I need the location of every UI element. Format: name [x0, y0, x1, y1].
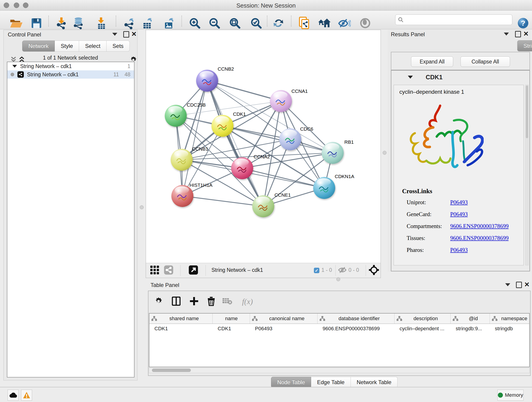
- share-view-icon[interactable]: [164, 265, 173, 275]
- column-header-description[interactable]: description: [394, 313, 451, 324]
- node-CCNA2[interactable]: [231, 157, 253, 179]
- export-table-icon[interactable]: [142, 17, 153, 30]
- tab-network-table[interactable]: Network Table: [351, 377, 398, 388]
- export-network-icon[interactable]: [123, 17, 135, 30]
- results-scrollbar-thumb[interactable]: [526, 85, 528, 138]
- network-canvas[interactable]: CCNB2CCNA1CDC25BCDK1CDC6RB1CCNB1CCNA2CDK…: [146, 30, 380, 263]
- table-panel-close-icon[interactable]: ✕: [524, 281, 530, 288]
- table-hscrollbar[interactable]: [149, 368, 530, 373]
- node-CCNA1[interactable]: [270, 90, 292, 112]
- left-splitter-handle[interactable]: [140, 205, 144, 209]
- node-CDC25B[interactable]: [165, 105, 187, 127]
- file-network-icon[interactable]: [298, 17, 310, 31]
- node-table[interactable]: shared namenamecanonical namedatabase id…: [149, 313, 530, 367]
- control-panel-float-icon[interactable]: [123, 31, 129, 38]
- control-panel-close-icon[interactable]: ✕: [131, 31, 137, 37]
- column-header-namespace[interactable]: namespace: [490, 313, 530, 324]
- home-networks-icon[interactable]: [318, 18, 331, 29]
- search-input[interactable]: [405, 17, 510, 23]
- inactive-eye-icon[interactable]: [360, 18, 371, 30]
- tab-edge-table[interactable]: Edge Table: [311, 377, 351, 388]
- crosslink-link[interactable]: 9606.ENSP00000378699: [450, 235, 509, 241]
- results-scrollbar[interactable]: [525, 85, 529, 265]
- node-CDKN1A[interactable]: [313, 177, 335, 199]
- open-in-new-icon[interactable]: [189, 265, 198, 275]
- crosslink-link[interactable]: P06493: [450, 247, 468, 253]
- bottom-splitter-handle[interactable]: [336, 277, 340, 281]
- table-gear-icon[interactable]: [154, 297, 163, 306]
- column-header--id[interactable]: @id: [451, 313, 490, 324]
- edge-CCNB2-CCNE1[interactable]: [207, 81, 263, 206]
- column-header-name[interactable]: name: [213, 313, 250, 324]
- node-CCNB1[interactable]: [171, 149, 193, 171]
- tab-style[interactable]: Style: [55, 41, 79, 51]
- birdseye-crosshair-icon[interactable]: [369, 265, 379, 276]
- node-CCNB2[interactable]: [196, 70, 218, 92]
- network-row[interactable]: String Network – cdk1 11 48: [7, 70, 134, 79]
- import-table-icon[interactable]: [96, 17, 107, 30]
- crosslink-link[interactable]: P06493: [450, 199, 468, 206]
- delete-column-icon[interactable]: [207, 296, 215, 307]
- control-panel-collapse-icon[interactable]: [112, 33, 117, 36]
- tab-network[interactable]: Network: [22, 41, 55, 51]
- show-columns-icon[interactable]: [172, 297, 181, 307]
- edge-CCNA2-CDKN1A[interactable]: [242, 168, 324, 188]
- tab-node-table[interactable]: Node Table: [271, 377, 311, 388]
- gene-header[interactable]: CDK1: [391, 70, 530, 85]
- cell-canonical-name[interactable]: P06493: [250, 326, 317, 332]
- node-HIST1H1A[interactable]: [171, 185, 193, 207]
- cell-name[interactable]: CDK1: [213, 326, 250, 332]
- selected-checkbox[interactable]: ✓: [314, 268, 319, 273]
- node-CCNE1[interactable]: [252, 195, 274, 217]
- node-CDK1[interactable]: [211, 115, 234, 137]
- warning-button[interactable]: [21, 390, 32, 401]
- tab-select[interactable]: Select: [79, 41, 107, 51]
- zoom-selected-icon[interactable]: [250, 17, 262, 30]
- import-network-icon[interactable]: [56, 17, 67, 30]
- help-icon[interactable]: ?: [517, 17, 529, 30]
- cell-database-identifier[interactable]: 9606.ENSP00000378699: [317, 326, 394, 332]
- results-panel-close-icon[interactable]: ✕: [523, 31, 529, 37]
- network-collection-row[interactable]: String Network – cdk1 1: [7, 62, 134, 70]
- memory-button[interactable]: Memory: [497, 390, 524, 401]
- function-builder-icon[interactable]: f(x): [242, 297, 253, 306]
- cell--id[interactable]: stringdb:9...: [451, 326, 490, 332]
- collapse-all-button[interactable]: Collapse All: [461, 56, 510, 67]
- column-header-database-identifier[interactable]: database identifier: [317, 313, 394, 324]
- right-splitter-handle[interactable]: [383, 151, 386, 155]
- cell-namespace[interactable]: stringdb: [490, 326, 530, 332]
- tree-caret-icon[interactable]: [12, 65, 17, 68]
- export-image-icon[interactable]: [164, 17, 175, 30]
- gene-collapse-icon[interactable]: [408, 76, 413, 79]
- edge-CCNB2-CCNA1[interactable]: [207, 81, 281, 101]
- cell-description[interactable]: cyclin–dependent ...: [394, 326, 451, 332]
- edge-CCNB2-HIST1H1A[interactable]: [182, 81, 207, 196]
- open-session-icon[interactable]: [10, 18, 22, 29]
- results-panel-collapse-icon[interactable]: [504, 32, 509, 36]
- table-hscrollbar-thumb[interactable]: [152, 369, 191, 372]
- column-header-canonical-name[interactable]: canonical name: [250, 313, 317, 324]
- crosslink-link[interactable]: 9606.ENSP00000378699: [450, 223, 509, 230]
- table-data-row[interactable]: CDK1CDK1P064939606.ENSP00000378699cyclin…: [149, 324, 529, 333]
- zoom-fit-icon[interactable]: [229, 17, 241, 30]
- zoom-out-icon[interactable]: [209, 17, 220, 30]
- import-database-icon[interactable]: [72, 17, 84, 30]
- table-panel-collapse-icon[interactable]: [505, 283, 510, 286]
- crosslink-link[interactable]: P06493: [450, 211, 468, 217]
- expand-all-button[interactable]: Expand All: [411, 56, 453, 67]
- cloud-button[interactable]: [7, 390, 19, 401]
- tab-string[interactable]: String: [517, 40, 532, 51]
- results-panel-float-icon[interactable]: [515, 31, 521, 37]
- save-session-icon[interactable]: [31, 18, 42, 29]
- table-panel-float-icon[interactable]: [516, 282, 522, 288]
- delete-table-icon[interactable]: [222, 297, 232, 306]
- hide-panel-eye-icon[interactable]: [338, 18, 351, 29]
- edge-HIST1H1A-CCNE1[interactable]: [182, 196, 263, 206]
- zoom-in-icon[interactable]: [189, 17, 201, 30]
- column-header-shared-name[interactable]: shared name: [149, 313, 213, 324]
- add-column-icon[interactable]: [190, 297, 199, 307]
- refresh-icon[interactable]: [273, 17, 284, 30]
- cell-shared-name[interactable]: CDK1: [149, 326, 213, 332]
- node-RB1[interactable]: [322, 142, 344, 164]
- node-CDC6[interactable]: [279, 128, 301, 150]
